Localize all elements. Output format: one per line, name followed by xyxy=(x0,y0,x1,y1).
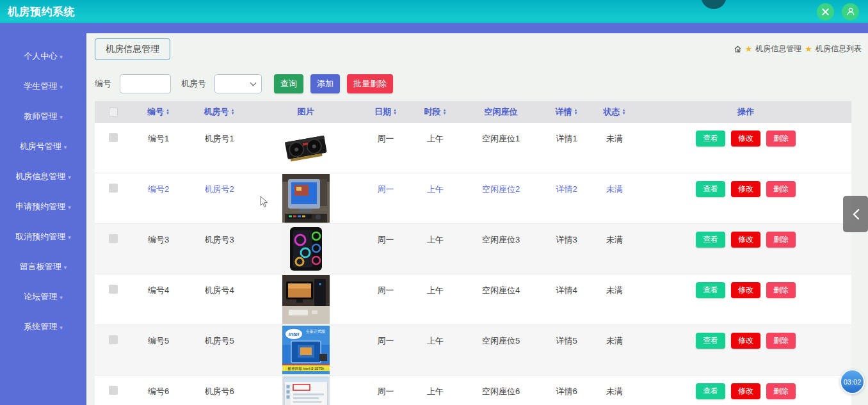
svg-text:intel: intel xyxy=(288,331,299,337)
room-photo-graphics-card[interactable] xyxy=(282,123,330,172)
data-table: 编号 机房号 图片 日期 时段 空闲座位 详情 状态 操作 编号1 机房号1 xyxy=(95,101,851,405)
room-photo-crt-monitor[interactable] xyxy=(282,174,330,223)
edit-button[interactable]: 修改 xyxy=(731,232,760,248)
breadcrumb-room-info-list[interactable]: 机房信息列表 xyxy=(816,44,862,54)
filter-bar: 编号 机房号 查询 添加 批量删除 xyxy=(95,74,868,93)
sort-icon[interactable] xyxy=(231,109,235,115)
sidebar-item-room-number-management[interactable]: 机房号管理 xyxy=(0,131,86,161)
cell-detail: 详情6 xyxy=(544,376,589,405)
cell-date: 周一 xyxy=(358,376,413,405)
room-photo-intel-cpu-box[interactable]: intel全新正式版酷睿四核 Intel i5-3570k xyxy=(282,326,330,374)
star-icon: ★ xyxy=(805,45,812,53)
cell-period: 上午 xyxy=(413,325,458,375)
cell-id: 编号3 xyxy=(131,224,186,274)
delete-button[interactable]: 删除 xyxy=(766,282,796,298)
row-checkbox[interactable] xyxy=(109,335,118,344)
sidebar: 个人中心 学生管理 教师管理 机房号管理 机房信息管理 申请预约管理 取消预约管… xyxy=(0,33,86,405)
row-checkbox[interactable] xyxy=(109,234,118,243)
column-header-room[interactable]: 机房号 xyxy=(186,106,253,118)
delete-button[interactable]: 删除 xyxy=(766,232,796,248)
column-header-seats: 空闲座位 xyxy=(458,106,544,118)
add-button[interactable]: 添加 xyxy=(310,74,340,93)
cell-detail: 详情3 xyxy=(544,224,589,274)
cell-detail: 详情5 xyxy=(544,325,589,375)
view-button[interactable]: 查看 xyxy=(696,383,725,399)
cell-seats: 空闲座位4 xyxy=(458,274,544,324)
search-button[interactable]: 查询 xyxy=(274,74,303,93)
view-button[interactable]: 查看 xyxy=(696,232,725,248)
breadcrumb-room-info-management[interactable]: 机房信息管理 xyxy=(755,44,801,54)
side-panel-toggle[interactable] xyxy=(843,196,868,232)
cell-status: 未满 xyxy=(589,123,640,173)
sort-icon[interactable] xyxy=(622,109,626,115)
sort-icon[interactable] xyxy=(574,109,578,115)
delete-button[interactable]: 删除 xyxy=(766,333,796,349)
sidebar-item-cancel-reservation-management[interactable]: 取消预约管理 xyxy=(0,221,86,251)
recording-timer-badge[interactable]: 03:02 xyxy=(840,369,865,394)
fullscreen-button[interactable] xyxy=(817,3,834,20)
view-button[interactable]: 查看 xyxy=(696,131,725,147)
cell-room: 机房号6 xyxy=(186,376,253,405)
user-icon xyxy=(846,7,855,16)
batch-delete-button[interactable]: 批量删除 xyxy=(347,74,393,93)
delete-button[interactable]: 删除 xyxy=(766,131,796,147)
column-header-detail[interactable]: 详情 xyxy=(544,106,589,118)
edit-button[interactable]: 修改 xyxy=(731,282,760,298)
sidebar-item-student-management[interactable]: 学生管理 xyxy=(0,71,86,101)
cell-period: 上午 xyxy=(413,224,458,274)
cell-seats: 空闲座位5 xyxy=(458,325,544,375)
delete-button[interactable]: 删除 xyxy=(766,181,796,197)
select-all-checkbox[interactable] xyxy=(109,107,118,116)
room-photo-windows-screenshot[interactable] xyxy=(282,376,330,405)
sidebar-item-system-management[interactable]: 系统管理 xyxy=(0,312,86,342)
room-photo-rgb-pc-case[interactable] xyxy=(282,225,330,273)
sidebar-item-forum-management[interactable]: 论坛管理 xyxy=(0,282,86,312)
sidebar-item-message-board-management[interactable]: 留言板管理 xyxy=(0,251,86,282)
sidebar-item-personal-center[interactable]: 个人中心 xyxy=(0,41,86,71)
edit-button[interactable]: 修改 xyxy=(731,181,760,197)
row-checkbox[interactable] xyxy=(109,285,118,294)
edit-button[interactable]: 修改 xyxy=(731,333,760,349)
sidebar-item-teacher-management[interactable]: 教师管理 xyxy=(0,101,86,131)
cell-status: 未满 xyxy=(589,173,640,223)
view-button[interactable]: 查看 xyxy=(696,333,725,349)
row-checkbox[interactable] xyxy=(109,386,118,395)
chevron-left-icon xyxy=(852,209,860,220)
view-button[interactable]: 查看 xyxy=(696,181,725,197)
column-header-status[interactable]: 状态 xyxy=(589,106,640,118)
sort-icon[interactable] xyxy=(443,109,447,115)
close-x-icon xyxy=(821,8,830,16)
room-filter-select[interactable] xyxy=(214,74,262,93)
view-button[interactable]: 查看 xyxy=(696,282,725,298)
sort-icon[interactable] xyxy=(393,109,397,115)
cell-date: 周一 xyxy=(358,173,413,223)
svg-text:酷睿四核 Intel i5-3570k: 酷睿四核 Intel i5-3570k xyxy=(287,367,324,371)
page-title: 机房信息管理 xyxy=(95,38,170,60)
column-header-actions: 操作 xyxy=(640,106,851,118)
row-checkbox[interactable] xyxy=(109,184,118,193)
column-header-period[interactable]: 时段 xyxy=(413,106,458,118)
edit-button[interactable]: 修改 xyxy=(731,131,760,147)
user-button[interactable] xyxy=(842,3,859,20)
recorder-dot xyxy=(701,0,727,9)
sidebar-item-apply-reservation-management[interactable]: 申请预约管理 xyxy=(0,191,86,221)
sort-icon[interactable] xyxy=(166,109,170,115)
header-actions xyxy=(817,3,859,20)
home-icon[interactable] xyxy=(734,45,742,53)
cell-status: 未满 xyxy=(589,224,640,274)
room-filter-label: 机房号 xyxy=(181,78,206,90)
cell-room: 机房号5 xyxy=(186,325,253,375)
id-filter-input[interactable] xyxy=(120,74,171,93)
column-header-image: 图片 xyxy=(253,106,358,118)
column-header-date[interactable]: 日期 xyxy=(358,106,413,118)
cell-seats: 空闲座位3 xyxy=(458,224,544,274)
row-checkbox[interactable] xyxy=(109,133,118,142)
sidebar-item-room-info-management[interactable]: 机房信息管理 xyxy=(0,161,86,191)
table-row: 编号4 机房号4 周一 上午 空闲座位4 详情4 未满 查看 修改 xyxy=(95,274,851,325)
delete-button[interactable]: 删除 xyxy=(766,383,796,399)
breadcrumb: ★ 机房信息管理 ★ 机房信息列表 xyxy=(734,44,862,54)
column-header-id[interactable]: 编号 xyxy=(131,106,186,118)
table-row: 编号2 机房号2 周一 上午 空闲座位2 详情2 未满 查看 修改 xyxy=(95,173,851,224)
edit-button[interactable]: 修改 xyxy=(731,383,760,399)
room-photo-desk-setup[interactable] xyxy=(282,275,330,324)
